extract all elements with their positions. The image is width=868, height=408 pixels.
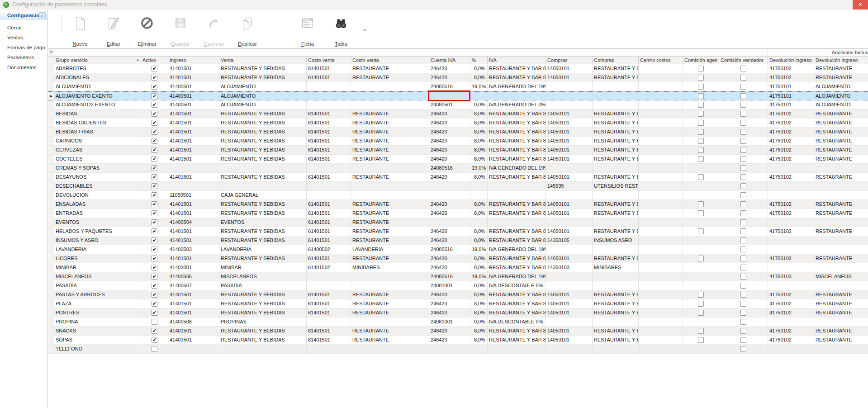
cell-centro_costos[interactable] <box>639 308 683 318</box>
comision_agencia-checkbox[interactable] <box>698 210 704 216</box>
cell-costo_venta_nom[interactable] <box>351 281 429 290</box>
cell-compras_nom[interactable]: RESTAURANTE Y BEBIDAS <box>593 128 639 137</box>
cell-costo_venta_nom[interactable]: RESTAURANTE <box>351 299 429 308</box>
cell-activo[interactable]: ✔ <box>141 209 168 218</box>
cell-comision_agencia[interactable] <box>683 281 719 290</box>
cell-cuenta_iva[interactable]: 24080516 <box>429 82 470 91</box>
cell-comision_agencia[interactable] <box>683 254 719 263</box>
cell-iva[interactable]: RESTAURANTE Y BAR 8% <box>488 128 546 137</box>
cell-costo_venta_nom[interactable]: LAVANDERIA <box>351 245 429 254</box>
cell-compras_cta[interactable]: 14350105 <box>546 236 593 245</box>
cell-ingreso[interactable]: 41400506 <box>168 272 219 281</box>
cell-comision_vendedor[interactable] <box>719 227 768 236</box>
cell-grupo[interactable]: PLAZA <box>54 299 141 308</box>
cell-dev_ingreso_cta[interactable]: 41750102 <box>768 227 814 236</box>
cell-comision_vendedor[interactable] <box>719 345 768 354</box>
activo-checkbox[interactable]: ✔ <box>152 328 157 334</box>
cell-dev_ingreso_nom[interactable]: RESTAURANTE <box>814 254 868 263</box>
cell-comision_vendedor[interactable] <box>719 182 768 191</box>
cell-compras_nom[interactable]: RESTAURANTE Y BEBIDAS <box>593 64 639 73</box>
cell-dev_ingreso_cta[interactable]: 41750102 <box>768 73 814 82</box>
cell-activo[interactable]: ✔ <box>141 92 168 100</box>
cell-dev_ingreso_nom[interactable]: RESTAURANTE <box>814 336 868 345</box>
cell-cuenta_iva[interactable]: 246420 <box>429 209 470 218</box>
cell-centro_costos[interactable] <box>639 119 683 128</box>
cell-costo_venta_nom[interactable] <box>351 318 429 327</box>
cell-comision_vendedor[interactable] <box>719 318 768 327</box>
cell-comision_agencia[interactable] <box>683 345 719 354</box>
cell-activo[interactable]: ✔ <box>141 308 168 318</box>
cell-dev_ingreso_cta[interactable] <box>768 218 814 227</box>
cell-comision_agencia[interactable] <box>683 64 719 73</box>
cell-centro_costos[interactable] <box>639 109 683 119</box>
cell-compras_nom[interactable] <box>593 318 639 327</box>
cell-pct[interactable]: 8,0% <box>470 64 488 73</box>
cell-dev_ingreso_cta[interactable] <box>768 318 814 327</box>
cell-dev_ingreso_cta[interactable]: 41750102 <box>768 109 814 119</box>
cell-dev_ingreso_nom[interactable]: RESTAURANTE <box>814 146 868 155</box>
cell-iva[interactable]: RESTAURANTE Y BAR 8% <box>488 146 546 155</box>
cell-dev_ingreso_cta[interactable] <box>768 263 814 272</box>
cell-dev_ingreso_cta[interactable]: 41750102 <box>768 128 814 137</box>
cell-grupo[interactable]: DESECHABLES <box>54 182 141 191</box>
cell-venta[interactable]: RESTAURANTE Y BEBIDAS <box>219 209 307 218</box>
cell-costo_venta_cta[interactable] <box>307 92 351 100</box>
comision_vendedor-checkbox[interactable] <box>740 210 746 216</box>
column-header-centro_costos[interactable]: Centro costos <box>639 57 683 64</box>
cell-comision_vendedor[interactable] <box>719 290 768 299</box>
comision_vendedor-checkbox[interactable] <box>740 201 746 207</box>
comision_vendedor-checkbox[interactable] <box>740 138 746 144</box>
cell-dev_ingreso_cta[interactable]: 41750102 <box>768 290 814 299</box>
cell-venta[interactable]: RESTAURANTE Y BEBIDAS <box>219 200 307 209</box>
cell-grupo[interactable]: DEVOLUCION <box>54 191 141 200</box>
cell-centro_costos[interactable] <box>639 164 683 173</box>
cell-venta[interactable]: RESTAURANTE Y BEBIDAS <box>219 227 307 236</box>
cell-comision_agencia[interactable] <box>683 73 719 82</box>
cell-dev_ingreso_nom[interactable] <box>814 236 868 245</box>
cell-comision_vendedor[interactable] <box>719 336 768 345</box>
cell-compras_nom[interactable] <box>593 345 639 354</box>
cell-iva[interactable]: IVA GENERADO DEL 0% <box>488 100 546 109</box>
cell-centro_costos[interactable] <box>639 290 683 299</box>
cell-centro_costos[interactable] <box>639 263 683 272</box>
cell-grupo[interactable]: BEBIDAS CALIENTES <box>54 119 141 128</box>
cell-comision_vendedor[interactable] <box>719 164 768 173</box>
cell-comision_vendedor[interactable] <box>719 218 768 227</box>
comision_agencia-checkbox[interactable] <box>698 174 704 180</box>
cell-comision_agencia[interactable] <box>683 119 719 128</box>
comision_vendedor-checkbox[interactable] <box>740 66 746 71</box>
cell-pct[interactable]: 8,0% <box>470 336 488 345</box>
cell-iva[interactable] <box>488 345 546 354</box>
cell-compras_nom[interactable]: RESTAURANTE Y BEBIDAS <box>593 290 639 299</box>
cell-costo_venta_cta[interactable] <box>307 182 351 191</box>
cell-pct[interactable]: 8,0% <box>470 119 488 128</box>
collapse-icon[interactable]: « <box>39 12 46 19</box>
column-header-comision_agencia[interactable]: Comisión agencia <box>683 57 719 64</box>
cell-costo_venta_nom[interactable]: RESTAURANTE <box>351 73 429 82</box>
duplicate-button[interactable]: Duplicar <box>231 12 264 47</box>
cell-compras_nom[interactable]: RESTAURANTE Y BEBIDAS <box>593 200 639 209</box>
table-row[interactable]: ADICIONALES✔41401501RESTAURANTE Y BEBIDA… <box>48 73 868 82</box>
cell-compras_nom[interactable]: UTENSILIOS REST. <box>593 182 639 191</box>
cell-grupo[interactable]: INSUMOS Y ASEO <box>54 236 141 245</box>
cell-costo_venta_nom[interactable] <box>351 345 429 354</box>
cell-costo_venta_nom[interactable]: RESTAURANTE <box>351 336 429 345</box>
cell-dev_ingreso_cta[interactable] <box>768 182 814 191</box>
cell-activo[interactable]: ✔ <box>141 200 168 209</box>
cell-centro_costos[interactable] <box>639 345 683 354</box>
cell-cuenta_iva[interactable]: 24081001 <box>429 318 470 327</box>
cell-comision_agencia[interactable] <box>683 191 719 200</box>
cell-dev_ingreso_cta[interactable] <box>768 191 814 200</box>
cell-compras_cta[interactable] <box>546 164 593 173</box>
comision_vendedor-checkbox[interactable] <box>740 129 746 135</box>
cell-cuenta_iva[interactable]: 246420 <box>429 236 470 245</box>
cell-pct[interactable] <box>470 191 488 200</box>
cell-dev_ingreso_nom[interactable] <box>814 318 868 327</box>
comision_agencia-checkbox[interactable] <box>698 84 704 90</box>
activo-checkbox[interactable]: ✔ <box>152 219 157 225</box>
cell-ingreso[interactable]: 41401501 <box>168 290 219 299</box>
cell-dev_ingreso_nom[interactable] <box>814 281 868 290</box>
cell-comision_vendedor[interactable] <box>719 92 768 100</box>
cell-comision_agencia[interactable] <box>683 82 719 91</box>
cell-compras_nom[interactable] <box>593 100 639 109</box>
